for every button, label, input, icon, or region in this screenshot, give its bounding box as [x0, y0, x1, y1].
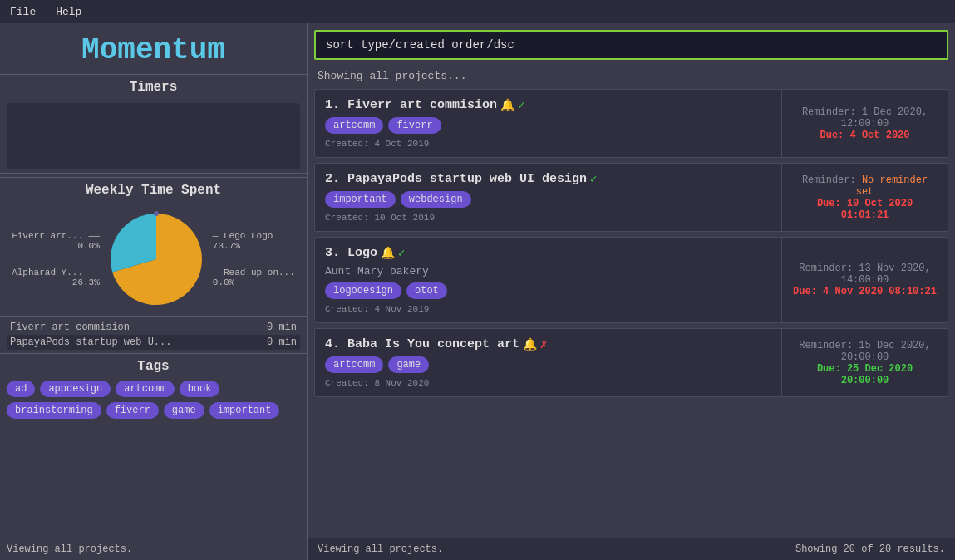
check-icon: ✓: [398, 246, 405, 260]
tag-badge-game[interactable]: game: [164, 402, 204, 419]
reminder-no: No reminder set: [856, 174, 928, 198]
project-created: Created: 10 Oct 2019: [325, 213, 771, 223]
timers-area: [7, 103, 300, 169]
project-card: 2. PapayaPods startup web UI design ✓ im…: [314, 163, 948, 232]
project-card: 3. Logo 🔔 ✓ Aunt Mary bakery logodesigno…: [314, 237, 948, 323]
pie-chart: [106, 209, 206, 309]
project-tag[interactable]: webdesign: [401, 191, 471, 208]
chart-label-lego-pct: 73.7%: [213, 241, 295, 251]
search-input[interactable]: [314, 30, 948, 60]
project-main: 3. Logo 🔔 ✓ Aunt Mary bakery logodesigno…: [315, 238, 781, 322]
reminder-text: Reminder: 1 Dec 2020, 12:00:00: [802, 106, 928, 130]
project-tags: artcommgame: [325, 356, 771, 373]
project-number: 3. Logo: [325, 246, 377, 260]
project-main: 4. Baba Is You concept art 🔔 ✗ artcommga…: [315, 329, 781, 396]
reminder-info: Reminder: 15 Dec 2020, 20:00:00: [792, 340, 938, 363]
check-icon: ✓: [590, 172, 597, 186]
project-card: 4. Baba Is You concept art 🔔 ✗ artcommga…: [314, 328, 948, 397]
time-row: PapayaPods startup web U... 0 min: [7, 335, 300, 350]
projects-list: 1. Fiverr art commision 🔔 ✓ artcommfiver…: [308, 89, 955, 538]
project-number: 4. Baba Is You concept art: [325, 337, 519, 351]
project-main: 2. PapayaPods startup web UI design ✓ im…: [315, 164, 781, 231]
tag-badge-fiverr[interactable]: fiverr: [106, 402, 159, 419]
tags-label: Tags: [7, 359, 300, 374]
status-left: Viewing all projects.: [0, 538, 307, 560]
due-date: Due: 25 Dec 2020 20:00:00: [792, 363, 938, 386]
time-val-2: 0 min: [267, 336, 297, 348]
project-tag[interactable]: important: [325, 191, 396, 208]
content-area: Showing all projects... 1. Fiverr art co…: [308, 23, 955, 560]
time-val-1: 0 min: [267, 322, 297, 333]
project-tag[interactable]: fiverr: [388, 117, 441, 134]
project-number: 2. PapayaPods startup web UI design: [325, 172, 587, 186]
project-title: 3. Logo 🔔 ✓: [325, 246, 771, 260]
chart-label-fiverr: Fiverr art... ——: [12, 231, 100, 241]
reminder-info: Reminder: 13 Nov 2020, 14:00:00: [792, 263, 938, 286]
reminder-text: Reminder: 13 Nov 2020, 14:00:00: [799, 263, 930, 286]
chart-area: Fiverr art... —— 0.0% Alpharad Y... —— 2…: [0, 203, 307, 316]
bell-icon: 🔔: [381, 246, 395, 260]
project-tags: artcommfiverr: [325, 117, 771, 134]
project-reminder: Reminder: 1 Dec 2020, 12:00:00 Due: 4 Oc…: [781, 90, 948, 157]
bell-icon: 🔔: [523, 337, 537, 351]
due-date: Due: 10 Oct 2020 01:01:21: [792, 198, 938, 221]
tag-badge-artcomm[interactable]: artcomm: [116, 381, 174, 397]
bottom-bar: Viewing all projects. Showing 20 of 20 r…: [308, 538, 955, 560]
project-card: 1. Fiverr art commision 🔔 ✓ artcommfiver…: [314, 89, 948, 158]
project-subtitle: Aunt Mary bakery: [325, 265, 771, 278]
tag-badge-appdesign[interactable]: appdesign: [40, 381, 111, 397]
project-number: 1. Fiverr art commision: [325, 98, 497, 112]
main-layout: Momentum Timers Weekly Time Spent Fiverr…: [0, 23, 955, 560]
tags-container: adappdesignartcommbookbrainstormingfiver…: [7, 381, 300, 419]
project-tag[interactable]: artcomm: [325, 356, 383, 373]
project-reminder: Reminder: 13 Nov 2020, 14:00:00 Due: 4 N…: [781, 238, 948, 322]
project-title: 2. PapayaPods startup web UI design ✓: [325, 172, 771, 186]
tag-badge-brainstorming[interactable]: brainstorming: [7, 402, 101, 419]
app-title: Momentum: [0, 23, 307, 74]
x-icon: ✗: [540, 337, 547, 351]
reminder-text: Reminder: 15 Dec 2020, 20:00:00: [799, 340, 930, 363]
check-icon: ✓: [518, 98, 524, 112]
project-tag[interactable]: game: [388, 356, 429, 373]
tag-badge-book[interactable]: book: [180, 381, 220, 397]
chart-label-alpharad-pct: 26.3%: [12, 278, 100, 287]
chart-label-readup: — Read up on...: [213, 268, 295, 278]
menubar: File Help: [0, 0, 955, 23]
chart-label-alpharad: Alpharad Y... ——: [12, 268, 100, 278]
project-created: Created: 4 Oct 2019: [325, 139, 771, 149]
showing-text: Showing all projects...: [308, 66, 955, 89]
project-reminder: Reminder: 15 Dec 2020, 20:00:00 Due: 25 …: [781, 329, 948, 396]
tag-badge-important[interactable]: important: [209, 402, 280, 419]
bell-icon: 🔔: [500, 98, 514, 112]
reminder-info: Reminder: 1 Dec 2020, 12:00:00: [792, 106, 938, 130]
due-date: Due: 4 Nov 2020 08:10:21: [793, 286, 937, 297]
footer-right: Showing 20 of 20 results.: [795, 543, 945, 555]
time-table: Fiverr art commision 0 min PapayaPods st…: [0, 316, 307, 353]
time-row: Fiverr art commision 0 min: [7, 320, 300, 335]
time-project-1: Fiverr art commision: [10, 322, 130, 333]
project-title: 4. Baba Is You concept art 🔔 ✗: [325, 337, 771, 351]
project-tag[interactable]: otot: [406, 282, 447, 299]
project-created: Created: 4 Nov 2019: [325, 304, 771, 314]
project-created: Created: 8 Nov 2020: [325, 378, 771, 388]
tag-badge-ad[interactable]: ad: [7, 381, 35, 397]
menu-file[interactable]: File: [7, 4, 39, 20]
project-tag[interactable]: artcomm: [325, 117, 383, 134]
due-date: Due: 4 Oct 2020: [820, 130, 909, 141]
sidebar: Momentum Timers Weekly Time Spent Fiverr…: [0, 23, 308, 560]
time-project-2: PapayaPods startup web U...: [10, 336, 171, 348]
svg-point-0: [154, 211, 159, 216]
tags-section: Tags adappdesignartcommbookbrainstorming…: [0, 353, 307, 538]
footer-left: Viewing all projects.: [318, 543, 443, 555]
weekly-section: Weekly Time Spent Fiverr art... —— 0.0% …: [0, 173, 307, 316]
chart-label-lego: — Lego Logo: [213, 231, 295, 241]
reminder-info: Reminder: No reminder set: [792, 174, 938, 198]
project-tags: importantwebdesign: [325, 191, 771, 208]
chart-label-fiverr-pct: 0.0%: [12, 241, 100, 251]
project-tag[interactable]: logodesign: [325, 282, 401, 299]
reminder-text: Reminder:: [802, 174, 862, 186]
menu-help[interactable]: Help: [52, 4, 85, 20]
timers-label: Timers: [0, 74, 307, 100]
weekly-label: Weekly Time Spent: [0, 177, 307, 203]
project-reminder: Reminder: No reminder set Due: 10 Oct 20…: [781, 164, 948, 231]
